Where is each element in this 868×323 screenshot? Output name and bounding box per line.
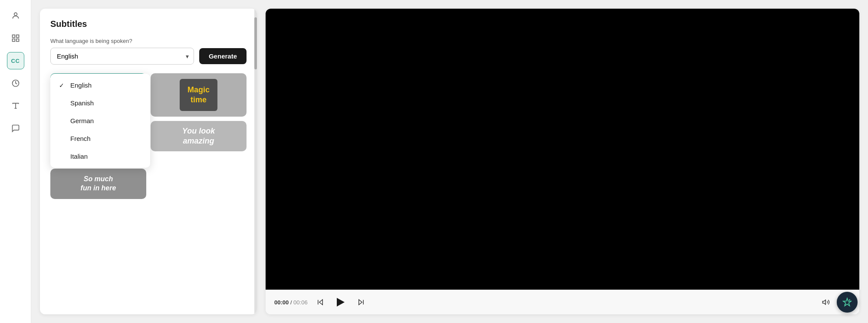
dropdown-label-french: French xyxy=(70,135,91,142)
sidebar-icon-chat[interactable] xyxy=(7,120,24,137)
dropdown-item-spanish[interactable]: ✓ Spanish xyxy=(50,94,150,112)
dropdown-item-italian[interactable]: ✓ Italian xyxy=(50,147,150,165)
svg-rect-3 xyxy=(12,39,15,42)
check-icon: ✓ xyxy=(59,82,66,89)
play-triangle-icon xyxy=(337,298,345,307)
dropdown-label-english: English xyxy=(70,82,92,89)
sidebar: CC xyxy=(0,0,31,323)
scrollbar-thumb[interactable] xyxy=(254,17,257,69)
main-content: Subtitles What language is being spoken?… xyxy=(31,0,868,323)
sidebar-icon-grid[interactable] xyxy=(7,29,24,47)
play-button[interactable] xyxy=(333,294,349,310)
svg-rect-2 xyxy=(16,35,19,38)
language-dropdown: ✓ English ✓ Spanish ✓ German ✓ French ✓ xyxy=(50,74,150,168)
sidebar-icon-text[interactable] xyxy=(7,97,24,114)
volume-button[interactable] xyxy=(820,297,832,308)
dropdown-item-german[interactable]: ✓ German xyxy=(50,112,150,130)
sidebar-icon-cc[interactable]: CC xyxy=(7,52,24,69)
time-display: 00:00 / 00:06 xyxy=(274,299,308,306)
language-label: What language is being spoken? xyxy=(50,38,247,44)
card-text-magic: Magictime xyxy=(184,82,213,109)
controls-row: English Spanish German French Italian ▾ … xyxy=(50,48,247,65)
svg-marker-10 xyxy=(358,300,362,305)
svg-marker-12 xyxy=(823,300,826,305)
sidebar-icon-person[interactable] xyxy=(7,7,24,24)
subtitle-card-amazing[interactable]: You lookamazing xyxy=(151,121,247,151)
time-current: 00:00 xyxy=(274,299,289,306)
svg-point-14 xyxy=(845,304,845,305)
language-select-wrapper: English Spanish German French Italian ▾ xyxy=(50,48,194,65)
sidebar-icon-history[interactable] xyxy=(7,75,24,92)
video-panel: 00:00 / 00:06 xyxy=(266,9,859,314)
skip-forward-button[interactable] xyxy=(355,297,367,308)
language-select[interactable]: English Spanish German French Italian xyxy=(50,48,194,65)
svg-rect-1 xyxy=(12,35,15,38)
svg-point-13 xyxy=(849,299,850,300)
subtitle-card-fun[interactable]: So muchfun in here xyxy=(50,169,146,199)
card-text-fun: So muchfun in here xyxy=(77,171,120,196)
svg-marker-8 xyxy=(319,300,322,305)
subtitle-card-magic-time[interactable]: Magictime xyxy=(151,73,247,117)
dropdown-item-french[interactable]: ✓ French xyxy=(50,130,150,147)
card-text-amazing: You lookamazing xyxy=(179,123,218,150)
svg-rect-4 xyxy=(16,39,19,42)
magic-fab-button[interactable] xyxy=(837,292,858,313)
time-total: 00:06 xyxy=(293,299,308,306)
video-screen xyxy=(266,9,859,290)
svg-point-0 xyxy=(14,13,17,16)
dropdown-item-english[interactable]: ✓ English xyxy=(50,76,150,94)
dropdown-label-german: German xyxy=(70,117,94,124)
subtitles-panel: Subtitles What language is being spoken?… xyxy=(40,9,257,314)
generate-button[interactable]: Generate xyxy=(199,48,247,64)
card-magic-box: Magictime xyxy=(180,79,217,111)
skip-back-button[interactable] xyxy=(315,297,326,308)
video-controls: 00:00 / 00:06 xyxy=(266,290,859,314)
panel-title: Subtitles xyxy=(50,19,247,29)
scrollbar-track[interactable] xyxy=(254,9,257,314)
dropdown-label-spanish: Spanish xyxy=(70,99,94,107)
dropdown-label-italian: Italian xyxy=(70,153,88,160)
